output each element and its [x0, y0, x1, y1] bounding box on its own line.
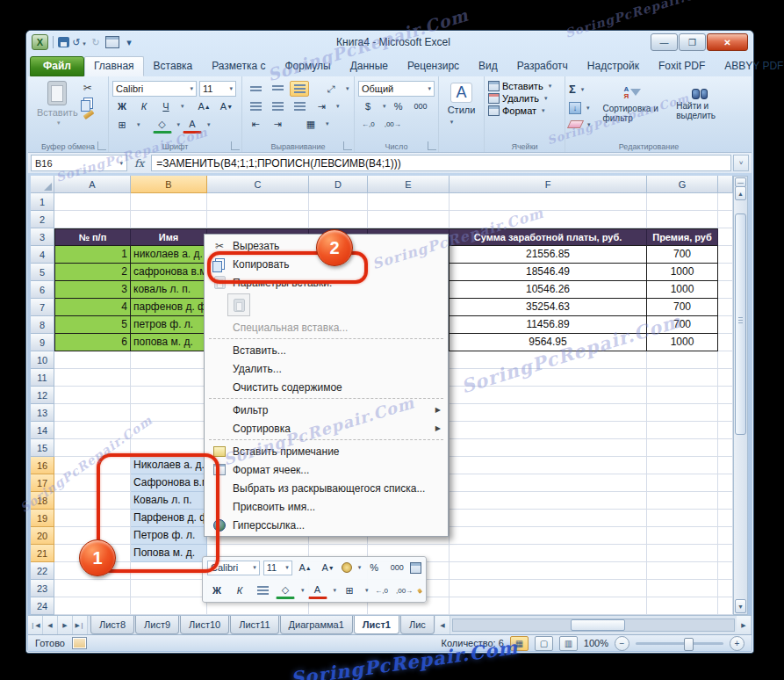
cell-B1[interactable]	[131, 193, 207, 211]
cell-E1[interactable]	[368, 193, 450, 211]
mini-size-select[interactable]: 11▾	[263, 561, 292, 575]
cell-A11[interactable]	[54, 369, 131, 387]
shrink-font-button[interactable]: А▼	[217, 98, 236, 114]
mini-italic-icon[interactable]: К	[230, 582, 249, 598]
row-header-20[interactable]: 20	[31, 527, 54, 545]
cell-B3[interactable]: Имя	[131, 228, 207, 246]
close-button[interactable]: ✕	[707, 33, 748, 51]
row-header-9[interactable]: 9	[31, 334, 54, 351]
align-center-icon[interactable]	[268, 98, 287, 114]
cell-F20[interactable]	[450, 527, 647, 545]
row-header-3[interactable]: 3	[31, 228, 54, 246]
zoom-slider[interactable]	[636, 642, 723, 645]
cell-H1[interactable]	[718, 193, 733, 211]
cell-B6[interactable]: коваль л. п.	[131, 281, 207, 299]
cell-F14[interactable]	[450, 422, 647, 439]
cell-F24[interactable]	[450, 597, 647, 615]
page-break-view-icon[interactable]: ▥	[559, 636, 578, 651]
cell-G7[interactable]: 700	[647, 299, 718, 316]
redo-icon[interactable]: ↻	[89, 37, 103, 48]
increase-decimal-icon[interactable]: ←,0	[358, 116, 378, 132]
cell-H4[interactable]	[718, 246, 733, 264]
ribbon-tab-главная[interactable]: Главная	[84, 56, 144, 76]
zoom-out-icon[interactable]: −	[615, 636, 629, 651]
cell-G4[interactable]: 700	[647, 246, 718, 264]
menu-item-гиперссылка[interactable]: Гиперссылка...	[206, 516, 446, 534]
mini-percent-icon[interactable]: %	[364, 560, 384, 575]
copy-icon[interactable]	[83, 98, 93, 109]
cell-A2[interactable]	[54, 211, 131, 228]
zoom-slider-thumb[interactable]	[684, 638, 694, 651]
cell-A23[interactable]	[54, 580, 131, 597]
quick-table-icon[interactable]	[105, 36, 119, 48]
cell-F10[interactable]	[450, 351, 647, 369]
row-header-4[interactable]: 4	[31, 246, 54, 264]
cell-A8[interactable]: 5	[54, 316, 131, 334]
cell-B7[interactable]: парфенов д. ф.	[131, 299, 207, 316]
customize-qat-icon[interactable]: ▾	[122, 37, 136, 48]
cell-A12[interactable]	[54, 387, 131, 404]
vertical-scrollbar[interactable]: — ▲ ▼	[733, 176, 748, 615]
column-header-B[interactable]: B	[131, 176, 207, 193]
ribbon-tab-разработч[interactable]: Разработч	[507, 56, 578, 76]
cell-F16[interactable]	[450, 457, 647, 474]
column-header-A[interactable]: A	[54, 176, 131, 193]
cell-G24[interactable]	[647, 597, 718, 615]
scroll-up-icon[interactable]: ▲	[735, 186, 746, 200]
sheet-tab-диаграмма1[interactable]: Диаграмма1	[280, 616, 353, 634]
formula-input[interactable]: =ЗАМЕНИТЬ(B4;1;1;ПРОПИСН(ЛЕВСИМВ(B4;1)))	[151, 155, 731, 171]
zoom-in-icon[interactable]: +	[730, 636, 744, 651]
cell-F9[interactable]: 9564.95	[450, 334, 647, 351]
first-sheet-icon[interactable]: ❘◀	[28, 616, 43, 634]
cell-G15[interactable]	[647, 439, 718, 457]
mini-currency-icon[interactable]	[342, 562, 352, 573]
thousands-button[interactable]: 000	[411, 98, 431, 114]
row-header-5[interactable]: 5	[31, 264, 54, 281]
cell-A24[interactable]	[54, 597, 131, 615]
dialog-launcher-icon[interactable]	[428, 141, 436, 150]
sort-filter-button[interactable]: АЯ Сортировка и фильтр	[598, 79, 665, 130]
cell-B12[interactable]	[131, 387, 207, 404]
cell-F19[interactable]	[450, 510, 647, 527]
cell-H12[interactable]	[718, 387, 733, 404]
align-bottom-icon[interactable]	[290, 81, 309, 97]
cell-H2[interactable]	[718, 211, 733, 228]
scroll-down-icon[interactable]: ▼	[735, 599, 746, 613]
find-select-button[interactable]: Найти и выделить	[671, 79, 729, 130]
cell-A13[interactable]	[54, 404, 131, 422]
row-header-22[interactable]: 22	[31, 562, 54, 580]
format-cells-button[interactable]: Формат▾	[488, 105, 561, 116]
font-size-select[interactable]: 11▾	[199, 81, 236, 97]
cell-H21[interactable]	[718, 545, 733, 562]
cell-G1[interactable]	[647, 193, 718, 211]
styles-button[interactable]: А Стили ▾	[442, 81, 480, 127]
cell-G23[interactable]	[647, 580, 718, 597]
column-header-E[interactable]: E	[368, 176, 450, 193]
cell-H19[interactable]	[718, 510, 733, 527]
mini-thousands-icon[interactable]: 000	[387, 560, 406, 575]
cell-H14[interactable]	[718, 422, 733, 439]
wrap-text-icon[interactable]: ⇥	[312, 98, 331, 114]
sheet-tab-лист9[interactable]: Лист9	[135, 616, 179, 634]
row-header-8[interactable]: 8	[31, 316, 54, 334]
cell-A9[interactable]: 6	[54, 334, 131, 351]
minimize-button[interactable]: —	[651, 33, 678, 51]
undo-icon[interactable]: ↺▾	[72, 37, 86, 48]
cell-B24[interactable]	[131, 597, 207, 615]
cell-G2[interactable]	[647, 211, 718, 228]
cell-B5[interactable]: сафронова в.м.	[131, 264, 207, 281]
menu-item-специальная-вставка[interactable]: Специальная вставка...	[206, 318, 446, 336]
mini-grow-font-icon[interactable]: А▲	[296, 560, 315, 575]
row-header-15[interactable]: 15	[31, 439, 54, 457]
align-top-icon[interactable]	[246, 81, 265, 97]
merge-center-icon[interactable]: ▦	[301, 116, 320, 132]
cell-B9[interactable]: попова м. д.	[131, 334, 207, 351]
cell-H24[interactable]	[718, 597, 733, 615]
cell-A7[interactable]: 4	[54, 299, 131, 316]
menu-item-вставить-примечание[interactable]: Вставить примечание	[206, 442, 446, 460]
align-middle-icon[interactable]	[268, 81, 287, 97]
autosum-button[interactable]: Σ▾	[569, 83, 591, 96]
increase-indent-icon[interactable]: ⇥	[268, 116, 287, 132]
italic-button[interactable]: К	[134, 98, 154, 114]
cell-B2[interactable]	[131, 211, 207, 228]
